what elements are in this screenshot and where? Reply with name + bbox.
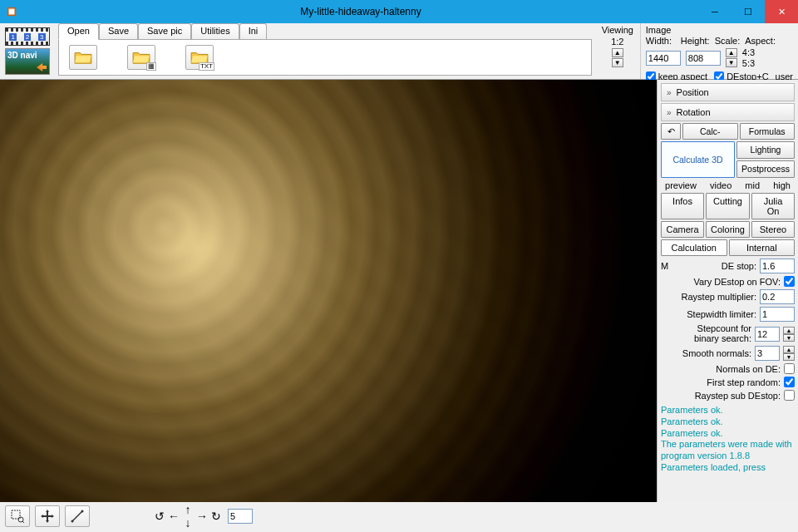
app-icon: [0, 0, 23, 23]
viewing-header: Viewing: [602, 25, 633, 35]
image-header: Image: [646, 25, 676, 35]
destop-label: DE stop:: [677, 261, 756, 271]
camera-button[interactable]: Camera: [661, 221, 704, 238]
smooth-up[interactable]: ▲: [783, 346, 795, 353]
cutting-button[interactable]: Cutting: [706, 193, 750, 219]
svg-line-3: [72, 511, 82, 521]
lighting-button[interactable]: Lighting: [736, 141, 795, 159]
position-expander[interactable]: »Position: [661, 83, 795, 101]
calculate-3d-button[interactable]: Calculate 3D: [661, 141, 735, 178]
nudge-up[interactable]: ↑: [181, 503, 195, 516]
svg-line-2: [22, 521, 24, 523]
high-link[interactable]: high: [773, 180, 791, 190]
raystep-input[interactable]: [760, 289, 795, 304]
video-link[interactable]: video: [710, 180, 732, 190]
internal-tab[interactable]: Internal: [729, 239, 796, 256]
move-button[interactable]: [35, 505, 60, 527]
m-label: M: [661, 261, 674, 271]
svg-point-5: [81, 510, 84, 513]
destop-input[interactable]: [760, 259, 795, 273]
nudge-left[interactable]: ←: [167, 510, 180, 523]
tab-save[interactable]: Save: [99, 23, 138, 40]
stepwidth-input[interactable]: [760, 307, 795, 322]
svg-point-4: [71, 520, 74, 523]
stepcount-down[interactable]: ▼: [783, 334, 795, 342]
calc-minus-button[interactable]: Calc-: [682, 123, 738, 140]
smooth-down[interactable]: ▼: [783, 353, 795, 361]
measure-button[interactable]: [65, 505, 90, 527]
svg-rect-0: [12, 510, 20, 519]
formulas-button[interactable]: Formulas: [740, 123, 796, 140]
smooth-input[interactable]: [755, 346, 780, 361]
height-input[interactable]: [686, 51, 721, 66]
postprocess-button[interactable]: Postprocess: [736, 160, 795, 178]
stepcount-label: Stepcount for binary search:: [661, 324, 751, 343]
top-toolbar: 123 3D navi Open Save Save pic Utilities…: [0, 23, 798, 80]
maximize-button[interactable]: ☐: [732, 0, 765, 23]
scale-label: Scale:: [715, 36, 741, 46]
mid-link[interactable]: mid: [745, 180, 760, 190]
width-input[interactable]: [646, 51, 681, 66]
chevron-right-icon: »: [667, 88, 672, 97]
tab-open-body: ▦ TXT: [58, 39, 592, 76]
width-label: Width:: [646, 36, 676, 46]
normals-de-checkbox[interactable]: [784, 363, 795, 374]
scale-up-button[interactable]: ▲: [726, 48, 737, 57]
vary-label: Vary DEstop on FOV:: [661, 277, 781, 287]
window-title: My-little-hideaway-haltenny: [23, 6, 698, 17]
open-folder-grid-button[interactable]: ▦: [127, 45, 155, 70]
first-step-checkbox[interactable]: [784, 377, 795, 387]
coloring-button[interactable]: Coloring: [706, 221, 750, 238]
open-folder-txt-button[interactable]: TXT: [185, 45, 214, 70]
tab-ini[interactable]: Ini: [239, 23, 268, 40]
vary-checkbox[interactable]: [784, 276, 795, 287]
side-panel: »Position »Rotation ↶ Calc- Formulas Cal…: [657, 80, 798, 502]
infos-button[interactable]: Infos: [661, 193, 704, 219]
nudge-right[interactable]: →: [195, 510, 209, 523]
scale-down-button[interactable]: ▼: [726, 58, 737, 67]
calculation-tab[interactable]: Calculation: [661, 239, 727, 256]
close-button[interactable]: ✕: [765, 0, 798, 23]
3d-navi-button[interactable]: 3D navi: [5, 48, 50, 75]
chevron-right-icon: »: [667, 108, 672, 117]
raysub-checkbox[interactable]: [784, 390, 795, 401]
filmstrip-thumb[interactable]: 123: [5, 27, 50, 46]
viewing-up-button[interactable]: ▲: [612, 48, 623, 57]
stepcount-input[interactable]: [755, 327, 780, 342]
fractal-render: [0, 80, 657, 502]
undo-button[interactable]: ↶: [661, 123, 681, 140]
rotate-ccw-icon[interactable]: ↺: [153, 510, 166, 523]
normals-de-label: Normals on DE:: [661, 364, 781, 374]
viewing-down-button[interactable]: ▼: [612, 58, 623, 67]
tab-utilities[interactable]: Utilities: [191, 23, 239, 40]
viewing-ratio: 1:2: [611, 37, 623, 47]
open-folder-button[interactable]: [69, 45, 97, 70]
smooth-label: Smooth normals:: [661, 348, 751, 358]
marquee-zoom-button[interactable]: [5, 505, 30, 527]
raysub-label: Raystep sub DEstop:: [661, 391, 781, 401]
titlebar: My-little-hideaway-haltenny ─ ☐ ✕: [0, 0, 798, 23]
log-panel: Parameters ok. Parameters ok. Parameters…: [661, 405, 795, 499]
aspect-43[interactable]: 4:3: [742, 47, 755, 57]
txt-label: TXT: [199, 62, 214, 71]
bottom-toolbar: ↺ ← ↑↓ → ↻: [0, 502, 798, 530]
nudge-down[interactable]: ↓: [181, 516, 195, 530]
raystep-label: Raystep multiplier:: [661, 292, 756, 302]
rotation-expander[interactable]: »Rotation: [661, 103, 795, 121]
tab-save-pic[interactable]: Save pic: [138, 23, 191, 40]
julia-button[interactable]: Julia On: [751, 193, 795, 219]
nudge-step-input[interactable]: [228, 509, 253, 524]
aspect-53[interactable]: 5:3: [742, 58, 755, 68]
render-viewport[interactable]: [0, 80, 657, 502]
viewing-panel: Viewing 1:2 ▲ ▼: [595, 23, 640, 79]
aspect-label: Aspect:: [745, 36, 776, 46]
tab-open[interactable]: Open: [58, 23, 99, 40]
stepcount-up[interactable]: ▲: [783, 327, 795, 334]
rotate-cw-icon[interactable]: ↻: [209, 510, 223, 523]
image-panel: ImageWidth: Height: Scale: Aspect: ▲ ▼ 4…: [640, 23, 798, 79]
stereo-button[interactable]: Stereo: [751, 221, 795, 238]
toolbar-tabs: Open Save Save pic Utilities Ini: [55, 23, 595, 40]
preview-link[interactable]: preview: [665, 180, 697, 190]
grid-icon: ▦: [146, 62, 156, 71]
minimize-button[interactable]: ─: [698, 0, 732, 23]
